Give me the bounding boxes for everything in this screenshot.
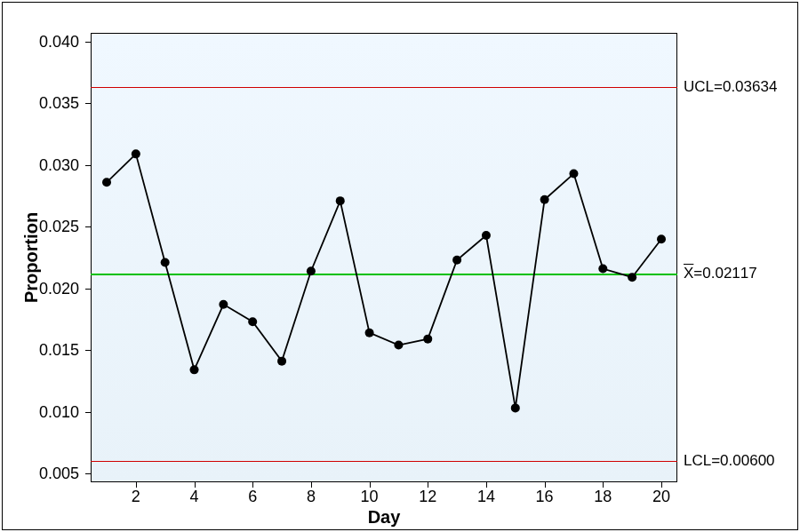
data-point: [277, 357, 286, 366]
x-tick-label: 2: [132, 488, 140, 506]
x-axis-label: Day: [368, 507, 401, 528]
center-label: X=0.02117: [684, 265, 757, 282]
data-point: [161, 258, 170, 267]
x-tick-label: 16: [536, 488, 554, 506]
data-point: [598, 264, 607, 273]
data-point: [628, 273, 636, 282]
center-value: =0.02117: [693, 265, 756, 282]
x-tick-label: 10: [361, 488, 379, 506]
data-series: [3, 3, 800, 532]
y-tick-label: 0.005: [39, 465, 79, 483]
y-tick-label: 0.030: [39, 155, 79, 174]
y-axis-label: Proportion: [21, 212, 42, 303]
data-point: [394, 341, 403, 350]
x-tick-label: 4: [190, 488, 199, 506]
data-point: [248, 317, 257, 326]
data-point: [482, 231, 491, 240]
x-tick-label: 14: [477, 488, 495, 506]
x-tick-label: 12: [419, 488, 436, 506]
data-point: [102, 178, 111, 187]
y-tick-label: 0.040: [39, 33, 79, 52]
x-tick-label: 6: [248, 488, 257, 506]
data-point: [423, 335, 432, 344]
x-tick-label: 8: [307, 488, 316, 506]
x-tick-label: 20: [652, 488, 670, 506]
ucl-label: UCL=0.03634: [684, 78, 777, 96]
y-tick-label: 0.015: [39, 341, 79, 360]
xbar-symbol: X: [684, 265, 693, 282]
y-tick-label: 0.025: [39, 218, 79, 236]
data-point: [336, 196, 345, 205]
y-tick-label: 0.020: [39, 279, 79, 298]
data-point: [511, 403, 520, 412]
data-point: [657, 234, 666, 243]
data-point: [452, 256, 461, 265]
y-tick-label: 0.035: [39, 94, 79, 113]
data-point: [540, 195, 549, 204]
y-tick-label: 0.010: [39, 402, 79, 421]
data-point: [365, 329, 374, 337]
lcl-label: LCL=0.00600: [684, 452, 775, 470]
data-point: [307, 266, 316, 275]
x-tick-label: 18: [594, 488, 612, 506]
data-point: [219, 300, 228, 309]
data-point: [132, 149, 140, 158]
data-point: [569, 170, 578, 179]
data-point: [190, 365, 199, 374]
chart-frame: 0.0050.0100.0150.0200.0250.0300.0350.040…: [2, 2, 798, 530]
